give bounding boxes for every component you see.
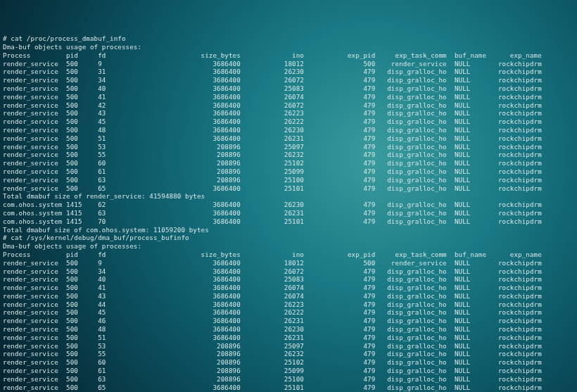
terminal-line: render_service 500 55 208896 26232 479 d… — [3, 151, 574, 159]
terminal-line: render_service 500 9 3686400 18012 500 r… — [3, 259, 574, 267]
terminal-line: render_service 500 9 3686400 18012 500 r… — [3, 60, 574, 68]
terminal-line: com.ohos.system 1415 63 3686400 26231 47… — [3, 209, 574, 217]
terminal-line: render_service 500 46 3686400 26231 479 … — [3, 317, 574, 325]
terminal-line: render_service 500 34 3686400 26072 479 … — [3, 76, 574, 84]
terminal-line: render_service 500 45 3686400 26222 479 … — [3, 118, 574, 126]
terminal-line: render_service 500 65 3686400 25101 479 … — [3, 184, 574, 193]
terminal-line: Dma-buf objects usage of processes: — [3, 43, 574, 51]
terminal-line: render_service 500 55 208896 26232 479 d… — [3, 350, 574, 358]
terminal-line: com.ohos.system 1415 70 3686400 25101 47… — [3, 217, 574, 226]
terminal-line: render_service 500 63 208896 25100 479 d… — [3, 176, 574, 184]
terminal-line: render_service 500 63 208896 25100 479 d… — [3, 375, 574, 384]
terminal-line: render_service 500 53 208896 25097 479 d… — [3, 143, 574, 151]
terminal-line: Total dmabuf size of com.ohos.system: 11… — [3, 226, 574, 234]
terminal-line: render_service 500 34 3686400 26072 479 … — [3, 267, 574, 276]
terminal-line: render_service 500 43 3686400 26074 479 … — [3, 292, 574, 301]
terminal-line: render_service 500 40 3686400 25083 479 … — [3, 275, 574, 284]
terminal-line: render_service 500 41 3686400 26074 479 … — [3, 93, 574, 101]
terminal-line: render_service 500 31 3686400 26230 479 … — [3, 68, 574, 76]
terminal-line: com.ohos.system 1415 62 3686400 26230 47… — [3, 201, 574, 209]
terminal-line: render_service 500 60 208896 25102 479 d… — [3, 358, 574, 367]
terminal-line: render_service 500 53 208896 25097 479 d… — [3, 342, 574, 350]
terminal-line: render_service 500 60 208896 25102 479 d… — [3, 159, 574, 167]
terminal-line: render_service 500 48 3686400 26230 479 … — [3, 126, 574, 134]
terminal-line: render_service 500 51 3686400 26231 479 … — [3, 334, 574, 342]
terminal-line: Dma-buf objects usage of processes: — [3, 242, 574, 251]
terminal-line: Process pid fd size_bytes ino exp_pid ex… — [3, 51, 574, 60]
terminal-line: render_service 500 44 3686400 26223 479 … — [3, 301, 574, 309]
terminal-line: render_service 500 41 3686400 26074 479 … — [3, 284, 574, 292]
terminal-line: render_service 500 61 208896 25099 479 d… — [3, 167, 574, 176]
terminal-line: render_service 500 45 3686400 26222 479 … — [3, 308, 574, 317]
terminal-line: render_service 500 48 3686400 26230 479 … — [3, 325, 574, 334]
terminal-line: render_service 500 65 3686400 25101 479 … — [3, 384, 574, 392]
terminal-line: Process pid fd size_bytes ino exp_pid ex… — [3, 251, 574, 259]
terminal-line: Total dmabuf size of render_service: 415… — [3, 192, 574, 201]
terminal-line: render_service 500 42 3686400 26072 479 … — [3, 101, 574, 110]
terminal-line: render_service 500 40 3686400 25083 479 … — [3, 84, 574, 93]
terminal-line: render_service 500 51 3686400 26231 479 … — [3, 134, 574, 143]
terminal-output[interactable]: # cat /proc/process_dmabuf_infoDma-buf o… — [3, 34, 574, 392]
terminal-line: # cat /proc/process_dmabuf_info — [3, 34, 574, 43]
terminal-line: # cat /sys/kernel/debug/dma_buf/process_… — [3, 234, 574, 242]
terminal-line: render_service 500 43 3686400 26223 479 … — [3, 109, 574, 118]
terminal-line: render_service 500 61 208896 25099 479 d… — [3, 367, 574, 375]
